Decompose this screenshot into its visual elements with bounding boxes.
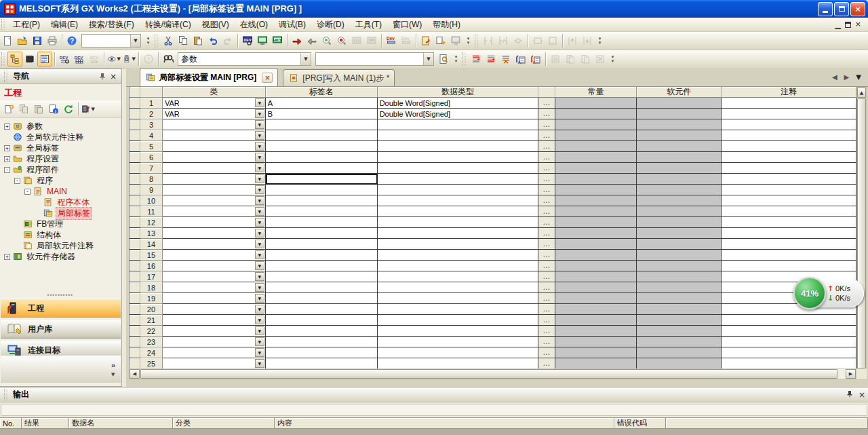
tree-item-软元件存储器[interactable]: +软元件存储器 <box>1 251 121 262</box>
tree-item-参数[interactable]: +参数 <box>1 121 121 132</box>
row-number[interactable]: 4 <box>140 130 163 141</box>
mdi-minimize-button[interactable]: ▁ <box>835 21 840 28</box>
device-find2-icon[interactable]: DEV <box>57 52 72 67</box>
device-display-off-icon[interactable]: Dev <box>399 33 414 48</box>
output-column-header-结果[interactable]: 结果 <box>22 418 69 429</box>
tree-item-局部标签[interactable]: +局部标签 <box>1 208 121 219</box>
class-dropdown-icon[interactable]: ▼ <box>255 196 264 205</box>
class-dropdown-icon[interactable]: ▼ <box>255 305 264 314</box>
combobox-dropdown-icon[interactable]: ▼ <box>130 35 140 47</box>
row-number[interactable]: 13 <box>140 228 163 239</box>
ladder-falling-icon[interactable] <box>580 33 595 48</box>
type-browse-button[interactable]: ... <box>538 347 555 358</box>
type-browse-button[interactable]: ... <box>538 195 555 206</box>
row-margin[interactable] <box>130 206 140 217</box>
tree-item-FB管理[interactable]: +FB管理 <box>1 219 121 229</box>
label-name-cell[interactable] <box>266 174 378 185</box>
row-margin[interactable] <box>130 250 140 261</box>
paste-gray-icon[interactable] <box>563 52 578 67</box>
type-browse-button[interactable]: ... <box>538 282 555 293</box>
class-dropdown-icon[interactable]: ▼ <box>255 272 264 281</box>
expand-icon[interactable]: + <box>4 254 10 260</box>
data-type-cell[interactable] <box>378 174 539 185</box>
transfer-back-icon[interactable] <box>304 33 319 48</box>
transfer-setup-icon[interactable] <box>290 33 304 48</box>
label-name-cell[interactable] <box>266 206 378 217</box>
vertical-scrollbar[interactable]: ▲ ▼ <box>856 87 867 380</box>
device-display-icon[interactable]: Dev <box>384 33 399 48</box>
label-name-cell[interactable] <box>266 315 378 326</box>
toolbar-grip[interactable] <box>1 52 6 67</box>
ladder-branch-icon[interactable] <box>545 33 560 48</box>
comment-cell[interactable] <box>722 315 856 326</box>
comment-cell[interactable] <box>722 261 856 271</box>
type-browse-button[interactable]: ... <box>538 152 555 163</box>
row-number[interactable]: 14 <box>140 239 163 250</box>
type-browse-button[interactable]: ... <box>538 261 555 271</box>
comment-cell[interactable] <box>722 358 856 369</box>
comment-cell[interactable] <box>722 163 856 174</box>
tree-item-全局软元件注释[interactable]: +全局软元件注释 <box>1 132 121 143</box>
data-type-cell[interactable] <box>378 228 539 239</box>
class-dropdown-icon[interactable]: ▼ <box>255 294 264 303</box>
menu-item-10[interactable]: 帮助(H) <box>427 18 466 31</box>
label-name-cell[interactable] <box>266 337 378 347</box>
comment-cell[interactable] <box>722 195 856 206</box>
label-name-cell[interactable]: B <box>266 109 378 119</box>
row-margin[interactable] <box>130 326 140 337</box>
data-type-cell[interactable] <box>378 358 539 369</box>
class-cell[interactable]: VAR▼ <box>163 98 266 109</box>
class-dropdown-icon[interactable]: ▼ <box>255 218 264 227</box>
row-number[interactable]: 20 <box>140 304 163 315</box>
paste-disabled-icon[interactable] <box>31 102 46 117</box>
type-browse-button[interactable]: ... <box>538 141 555 152</box>
data-type-cell[interactable] <box>378 195 539 206</box>
tab-scroll-right-icon[interactable]: ▶ <box>844 73 850 81</box>
class-cell[interactable]: ▼ <box>163 304 266 315</box>
menu-item-5[interactable]: 在线(O) <box>235 18 273 31</box>
row-margin[interactable] <box>130 315 140 326</box>
row-number[interactable]: 10 <box>140 195 163 206</box>
row-number[interactable]: 25 <box>140 358 163 369</box>
class-cell[interactable]: ▼ <box>163 195 266 206</box>
class-dropdown-icon[interactable]: ▼ <box>255 120 264 129</box>
label-name-cell[interactable] <box>266 250 378 261</box>
row-number[interactable]: 12 <box>140 217 163 228</box>
label-name-cell[interactable] <box>266 130 378 141</box>
data-type-cell[interactable] <box>378 337 539 347</box>
class-cell[interactable]: ▼ <box>163 141 266 152</box>
class-dropdown-icon[interactable]: ▼ <box>255 359 264 368</box>
data-type-cell[interactable] <box>378 282 539 293</box>
sidebar-splitter[interactable]: ▪▪▪▪▪▪▪▪▪▪ <box>0 293 121 298</box>
insert-row-below-icon[interactable] <box>484 52 498 67</box>
class-dropdown-icon[interactable]: ▼ <box>255 131 264 140</box>
open-file-icon[interactable] <box>15 33 30 48</box>
comment-cell[interactable] <box>722 217 856 228</box>
data-type-cell[interactable] <box>378 326 539 337</box>
class-cell[interactable]: ▼ <box>163 271 266 282</box>
label-name-cell[interactable] <box>266 152 378 163</box>
toolbar-overflow-icon[interactable]: ▾▾ <box>596 33 604 48</box>
label-name-cell[interactable] <box>266 228 378 239</box>
tab-scroll-left-icon[interactable]: ◀ <box>832 73 837 81</box>
row-margin[interactable] <box>130 337 140 347</box>
class-cell[interactable]: ▼ <box>163 250 266 261</box>
class-dropdown-icon[interactable]: ▼ <box>255 174 264 183</box>
tree-item-程序部件[interactable]: -程序部件 <box>1 164 121 175</box>
row-number[interactable]: 16 <box>140 261 163 271</box>
menu-item-7[interactable]: 诊断(D) <box>311 18 350 31</box>
type-browse-button[interactable]: ... <box>538 130 555 141</box>
data-type-cell[interactable] <box>378 304 539 315</box>
output-column-header-数据名[interactable]: 数据名 <box>69 418 173 429</box>
chevron-expand-icon[interactable]: »▼ <box>111 361 115 377</box>
row-margin[interactable] <box>130 195 140 206</box>
class-dropdown-icon[interactable]: ▼ <box>255 348 264 357</box>
display-filter-icon[interactable]: ▼ <box>106 52 121 67</box>
class-dropdown-icon[interactable]: ▼ <box>255 153 264 162</box>
class-dropdown-icon[interactable]: ▼ <box>255 164 264 172</box>
info-icon[interactable]: i <box>46 102 61 117</box>
row-number[interactable]: 7 <box>140 163 163 174</box>
data-type-cell[interactable] <box>378 119 539 130</box>
data-type-cell[interactable]: Double Word[Signed] <box>378 109 539 119</box>
label-name-cell[interactable] <box>266 282 378 293</box>
